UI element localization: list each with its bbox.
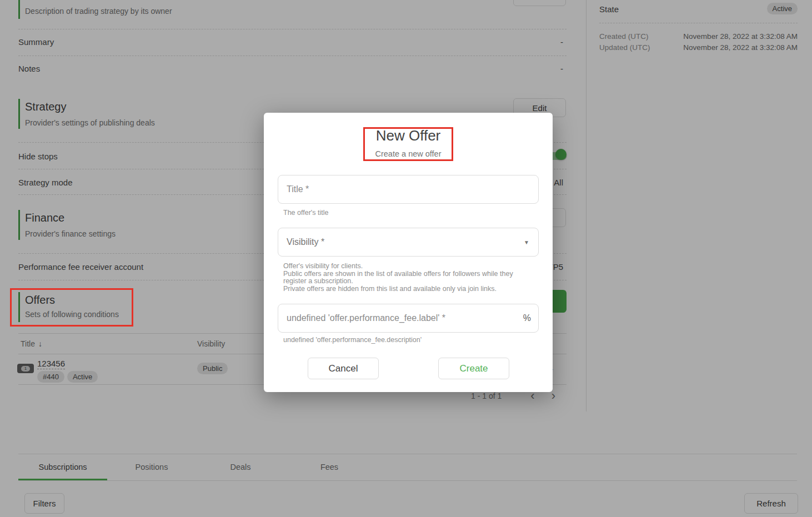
visibility-helper-line: Offer's visibility for clients. xyxy=(283,263,513,270)
visibility-select-label: Visibility * xyxy=(287,237,324,247)
title-field-helper: The offer's title xyxy=(283,209,328,217)
title-field-wrap xyxy=(278,175,539,204)
create-button[interactable]: Create xyxy=(438,358,509,379)
modal-title: New Offer xyxy=(264,127,553,144)
performance-fee-input[interactable] xyxy=(278,304,539,333)
performance-fee-helper: undefined 'offer.performance_fee.descrip… xyxy=(283,337,422,344)
performance-fee-field-wrap: % xyxy=(278,304,539,333)
percent-suffix: % xyxy=(523,313,531,323)
cancel-button[interactable]: Cancel xyxy=(308,358,379,379)
new-offer-modal: New Offer Create a new offer The offer's… xyxy=(264,113,553,392)
modal-subtitle: Create a new offer xyxy=(264,149,553,158)
visibility-helper-line: Private offers are hidden from this list… xyxy=(283,285,513,293)
visibility-field-helper: Offer's visibility for clients. Public o… xyxy=(283,263,513,293)
visibility-helper-line: Public offers are shown in the list of a… xyxy=(283,270,513,278)
title-input[interactable] xyxy=(278,175,539,204)
visibility-helper-line: register a subscription. xyxy=(283,278,513,285)
visibility-select[interactable]: Visibility * ▼ xyxy=(278,228,539,257)
chevron-down-icon: ▼ xyxy=(524,239,529,245)
